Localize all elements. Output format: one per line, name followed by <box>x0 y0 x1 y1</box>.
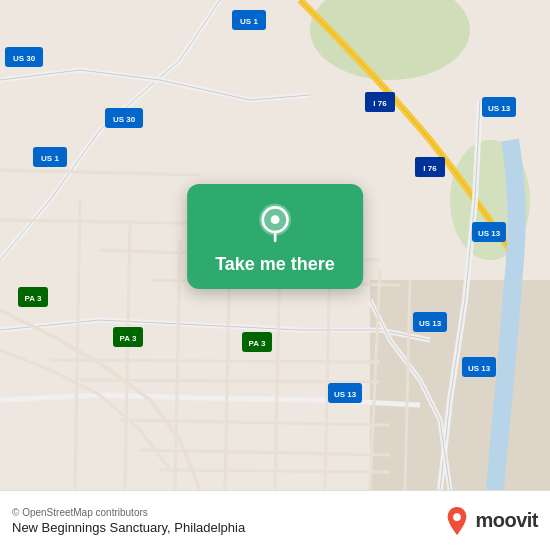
svg-point-53 <box>271 215 280 224</box>
moovit-text: moovit <box>475 509 538 532</box>
moovit-logo: moovit <box>443 507 538 535</box>
svg-text:US 30: US 30 <box>13 54 36 63</box>
svg-point-54 <box>454 513 462 521</box>
svg-text:US 1: US 1 <box>41 154 59 163</box>
svg-text:US 1: US 1 <box>240 17 258 26</box>
location-pin-icon <box>253 202 297 246</box>
svg-text:PA 3: PA 3 <box>120 334 137 343</box>
copyright-text: © OpenStreetMap contributors <box>12 507 245 518</box>
svg-text:US 13: US 13 <box>468 364 491 373</box>
take-me-there-button[interactable]: Take me there <box>187 184 363 289</box>
svg-text:US 13: US 13 <box>419 319 442 328</box>
svg-text:US 30: US 30 <box>113 115 136 124</box>
svg-text:PA 3: PA 3 <box>25 294 42 303</box>
location-name: New Beginnings Sanctuary, Philadelphia <box>12 520 245 535</box>
svg-text:US 13: US 13 <box>478 229 501 238</box>
button-overlay: Take me there <box>187 184 363 289</box>
moovit-pin-icon <box>443 507 471 535</box>
take-me-there-label: Take me there <box>215 254 335 275</box>
svg-text:I 76: I 76 <box>373 99 387 108</box>
svg-rect-5 <box>370 280 550 490</box>
bottom-bar: © OpenStreetMap contributors New Beginni… <box>0 490 550 550</box>
bottom-left-info: © OpenStreetMap contributors New Beginni… <box>12 507 245 535</box>
svg-text:PA 3: PA 3 <box>249 339 266 348</box>
map-container: US 1 US 30 US 30 US 1 I 76 I 76 US 13 US… <box>0 0 550 490</box>
svg-text:US 13: US 13 <box>334 390 357 399</box>
svg-text:US 13: US 13 <box>488 104 511 113</box>
svg-text:I 76: I 76 <box>423 164 437 173</box>
